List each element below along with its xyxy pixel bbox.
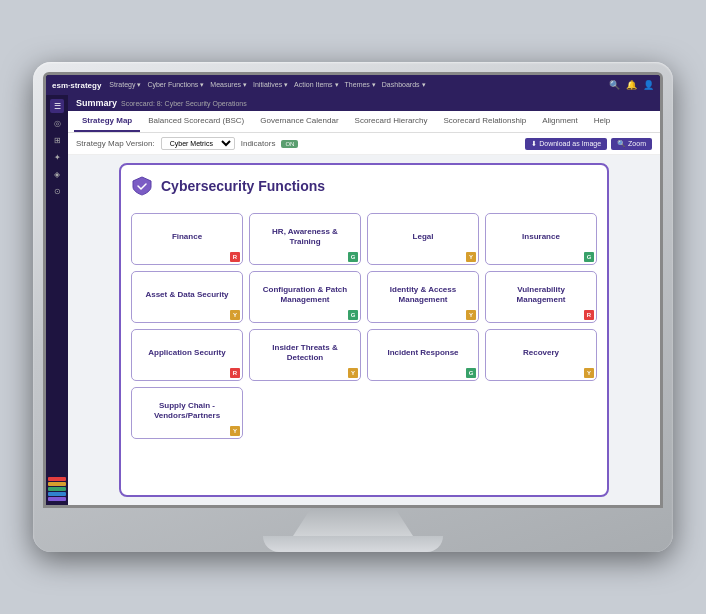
version-select[interactable]: Cyber Metrics [161, 137, 235, 150]
tab-governance[interactable]: Governance Calendar [252, 111, 346, 132]
function-card-empty-1 [249, 387, 361, 439]
function-card-recovery[interactable]: Recovery Y [485, 329, 597, 381]
toolbar-right: ⬇ Download as Image 🔍 Zoom [525, 138, 652, 150]
version-label: Strategy Map Version: [76, 139, 155, 148]
status-badge-config: G [348, 310, 358, 320]
status-badge-identity: Y [466, 310, 476, 320]
status-badge-recovery: Y [584, 368, 594, 378]
status-badge-legal: Y [466, 252, 476, 262]
search-icon[interactable]: 🔍 [609, 80, 620, 90]
status-badge-incident: G [466, 368, 476, 378]
nav-item-strategy[interactable]: Strategy ▾ [109, 81, 141, 89]
color-strip-yellow [48, 482, 66, 486]
shield-icon [131, 175, 153, 197]
function-title: Incident Response [387, 348, 458, 358]
nav-item-dashboards[interactable]: Dashboards ▾ [382, 81, 426, 89]
download-button[interactable]: ⬇ Download as Image [525, 138, 607, 150]
function-title: Recovery [523, 348, 559, 358]
sidebar-icon-grid[interactable]: ⊞ [50, 133, 64, 147]
status-badge-insurance: G [584, 252, 594, 262]
sidebar-icon-dot[interactable]: ⊙ [50, 184, 64, 198]
function-card-insider[interactable]: Insider Threats & Detection Y [249, 329, 361, 381]
function-card-legal[interactable]: Legal Y [367, 213, 479, 265]
function-title: Legal [413, 232, 434, 242]
nav-item-cyber-functions[interactable]: Cyber Functions ▾ [147, 81, 204, 89]
main-layout: ☰ ◎ ⊞ ✦ ◈ ⊙ [46, 95, 660, 505]
function-card-insurance[interactable]: Insurance G [485, 213, 597, 265]
color-strip-green [48, 487, 66, 491]
app-container: esm·strategy Strategy ▾ Cyber Functions … [46, 75, 660, 505]
color-strip-red [48, 477, 66, 481]
function-title: HR, Awareness & Training [256, 227, 354, 248]
download-icon: ⬇ [531, 140, 537, 148]
top-nav: esm·strategy Strategy ▾ Cyber Functions … [46, 75, 660, 95]
nav-items: Strategy ▾ Cyber Functions ▾ Measures ▾ … [109, 81, 425, 89]
sub-header-subtitle: Scorecard: 8: Cyber Security Operations [121, 100, 247, 107]
nav-logo: esm·strategy [52, 81, 101, 90]
function-title: Vulnerability Management [492, 285, 590, 306]
user-icon[interactable]: 👤 [643, 80, 654, 90]
function-title: Asset & Data Security [145, 290, 228, 300]
sidebar-icon-star[interactable]: ✦ [50, 150, 64, 164]
status-badge-asset: Y [230, 310, 240, 320]
function-card-hr[interactable]: HR, Awareness & Training G [249, 213, 361, 265]
nav-item-initiatives[interactable]: Initiatives ▾ [253, 81, 288, 89]
function-card-supply-chain[interactable]: Supply Chain - Vendors/Partners Y [131, 387, 243, 439]
function-title: Configuration & Patch Management [256, 285, 354, 306]
function-title: Insurance [522, 232, 560, 242]
tab-bsc[interactable]: Balanced Scorecard (BSC) [140, 111, 252, 132]
cyber-header: Cybersecurity Functions [131, 175, 597, 203]
nav-item-themes[interactable]: Themes ▾ [345, 81, 376, 89]
function-card-vulnerability[interactable]: Vulnerability Management R [485, 271, 597, 323]
bell-icon[interactable]: 🔔 [626, 80, 637, 90]
main-content: Summary Scorecard: 8: Cyber Security Ope… [68, 95, 660, 505]
function-title: Finance [172, 232, 202, 242]
color-strip-blue [48, 492, 66, 496]
function-card-incident[interactable]: Incident Response G [367, 329, 479, 381]
strategy-map-area: Cybersecurity Functions Finance R HR, Aw… [68, 155, 660, 505]
cyber-title: Cybersecurity Functions [161, 178, 325, 194]
function-card-config[interactable]: Configuration & Patch Management G [249, 271, 361, 323]
function-card-empty-3 [485, 387, 597, 439]
tab-bar: Strategy Map Balanced Scorecard (BSC) Go… [68, 111, 660, 133]
indicators-label: Indicators [241, 139, 276, 148]
functions-grid: Finance R HR, Awareness & Training G Leg… [131, 213, 597, 439]
status-badge-insider: Y [348, 368, 358, 378]
toolbar: Strategy Map Version: Cyber Metrics Indi… [68, 133, 660, 155]
sidebar-icon-circle[interactable]: ◎ [50, 116, 64, 130]
function-title: Supply Chain - Vendors/Partners [138, 401, 236, 422]
zoom-icon: 🔍 [617, 140, 626, 148]
sidebar-icon-diamond[interactable]: ◈ [50, 167, 64, 181]
monitor-stand [293, 508, 413, 536]
tab-strategy-map[interactable]: Strategy Map [74, 111, 140, 132]
sub-header: Summary Scorecard: 8: Cyber Security Ope… [68, 95, 660, 111]
function-title: Identity & Access Management [374, 285, 472, 306]
nav-right: 🔍 🔔 👤 [609, 80, 654, 90]
status-badge-supply-chain: Y [230, 426, 240, 436]
monitor-base [263, 536, 443, 552]
function-card-finance[interactable]: Finance R [131, 213, 243, 265]
indicators-badge: ON [281, 140, 298, 148]
tab-help[interactable]: Help [586, 111, 618, 132]
status-badge-vulnerability: R [584, 310, 594, 320]
sidebar-color-bar [48, 477, 66, 501]
nav-item-action-items[interactable]: Action Items ▾ [294, 81, 338, 89]
sidebar-icon-menu[interactable]: ☰ [50, 99, 64, 113]
function-title: Application Security [148, 348, 225, 358]
function-title: Insider Threats & Detection [256, 343, 354, 364]
function-card-asset[interactable]: Asset & Data Security Y [131, 271, 243, 323]
sub-header-title: Summary [76, 98, 117, 108]
tab-alignment[interactable]: Alignment [534, 111, 586, 132]
cybersecurity-container: Cybersecurity Functions Finance R HR, Aw… [119, 163, 609, 497]
zoom-button[interactable]: 🔍 Zoom [611, 138, 652, 150]
nav-item-measures[interactable]: Measures ▾ [210, 81, 247, 89]
tab-scorecard-hierarchy[interactable]: Scorecard Hierarchy [347, 111, 436, 132]
function-card-application[interactable]: Application Security R [131, 329, 243, 381]
left-sidebar: ☰ ◎ ⊞ ✦ ◈ ⊙ [46, 95, 68, 505]
color-strip-purple [48, 497, 66, 501]
monitor-outer: esm·strategy Strategy ▾ Cyber Functions … [33, 62, 673, 552]
tab-scorecard-relationship[interactable]: Scorecard Relationship [435, 111, 534, 132]
function-card-identity[interactable]: Identity & Access Management Y [367, 271, 479, 323]
function-card-empty-2 [367, 387, 479, 439]
status-badge-finance: R [230, 252, 240, 262]
